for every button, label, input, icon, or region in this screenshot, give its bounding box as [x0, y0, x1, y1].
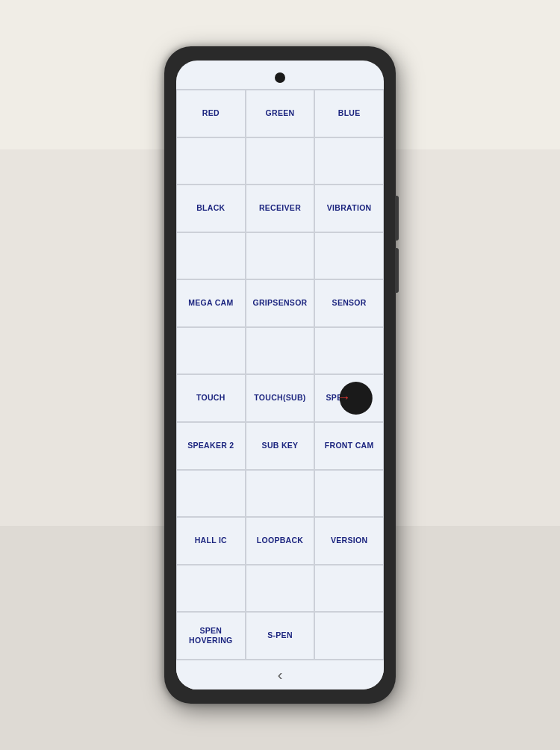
menu-cell-label-spen-hovering: SPEN HOVERING: [189, 626, 232, 646]
red-arrow-indicator: →: [337, 391, 350, 404]
menu-cell-empty3b: [246, 327, 315, 375]
menu-cell-touch-sub[interactable]: TOUCH(SUB): [246, 374, 315, 422]
menu-cell-speaker1[interactable]: →SPEAKER 1: [314, 374, 384, 422]
menu-cell-empty1c: [314, 137, 384, 185]
menu-cell-hall-ic[interactable]: HALL IC: [176, 517, 246, 565]
menu-cell-empty3c: [314, 327, 384, 375]
menu-cell-s-pen[interactable]: S-PEN: [246, 612, 315, 660]
menu-cell-version[interactable]: VERSION: [314, 517, 384, 565]
menu-cell-receiver[interactable]: RECEIVER: [246, 185, 315, 232]
menu-cell-empty5c: [314, 565, 384, 613]
menu-cell-empty6c: [314, 612, 384, 660]
menu-cell-black[interactable]: BLACK: [176, 185, 246, 232]
menu-grid: REDGREENBLUEBLACKRECEIVERVIBRATIONMEGA C…: [176, 89, 384, 660]
menu-cell-label-receiver: RECEIVER: [259, 203, 301, 214]
menu-cell-vibration[interactable]: VIBRATION: [314, 185, 384, 232]
menu-cell-label-gripsensor: GRIPSENSOR: [252, 298, 307, 309]
menu-cell-label-s-pen: S-PEN: [267, 630, 293, 641]
front-camera-hole: [275, 72, 285, 83]
menu-cell-empty2c: [314, 232, 384, 280]
menu-cell-label-hall-ic: HALL IC: [195, 536, 227, 546]
menu-cell-empty2b: [246, 232, 315, 280]
menu-cell-label-black: BLACK: [196, 203, 225, 214]
menu-cell-label-loopback: LOOPBACK: [257, 536, 303, 546]
menu-cell-empty3a: [176, 327, 246, 375]
menu-cell-label-blue: BLUE: [338, 108, 361, 119]
menu-cell-empty2a: [176, 232, 246, 280]
menu-cell-sub-key[interactable]: SUB KEY: [246, 422, 315, 470]
menu-cell-label-speaker2: SPEAKER 2: [187, 441, 234, 451]
menu-cell-empty4a: [176, 470, 246, 518]
menu-cell-empty5a: [176, 565, 246, 613]
menu-cell-label-sub-key: SUB KEY: [262, 441, 299, 451]
bottom-nav-bar: ‹: [176, 660, 384, 689]
menu-cell-mega-cam[interactable]: MEGA CAM: [176, 279, 246, 327]
menu-cell-label-vibration: VIBRATION: [327, 203, 372, 214]
menu-cell-empty1a: [176, 137, 246, 185]
menu-cell-label-touch-sub: TOUCH(SUB): [254, 393, 305, 403]
menu-cell-label-mega-cam: MEGA CAM: [188, 298, 233, 309]
menu-cell-green[interactable]: GREEN: [246, 90, 315, 137]
phone-screen: REDGREENBLUEBLACKRECEIVERVIBRATIONMEGA C…: [176, 61, 384, 689]
menu-cell-loopback[interactable]: LOOPBACK: [246, 517, 315, 565]
menu-cell-label-version: VERSION: [331, 536, 367, 546]
menu-cell-label-green: GREEN: [266, 108, 295, 119]
menu-cell-gripsensor[interactable]: GRIPSENSOR: [246, 279, 315, 327]
menu-cell-label-front-cam: FRONT CAM: [325, 441, 374, 451]
menu-cell-empty5b: [246, 565, 315, 613]
menu-cell-front-cam[interactable]: FRONT CAM: [314, 422, 384, 470]
menu-cell-red[interactable]: RED: [176, 90, 246, 137]
menu-cell-label-sensor: SENSOR: [332, 298, 367, 309]
menu-cell-blue[interactable]: BLUE: [314, 90, 384, 137]
menu-cell-label-red: RED: [202, 108, 220, 119]
menu-cell-sensor[interactable]: SENSOR: [314, 279, 384, 327]
menu-cell-spen-hovering[interactable]: SPEN HOVERING: [176, 612, 246, 660]
menu-cell-empty4b: [246, 470, 315, 518]
menu-cell-empty4c: [314, 470, 384, 518]
back-button[interactable]: ‹: [278, 666, 283, 684]
menu-cell-touch[interactable]: TOUCH: [176, 374, 246, 422]
menu-cell-label-touch: TOUCH: [196, 393, 225, 403]
menu-cell-speaker2[interactable]: SPEAKER 2: [176, 422, 246, 470]
menu-cell-empty1b: [246, 137, 315, 185]
phone-shell: REDGREENBLUEBLACKRECEIVERVIBRATIONMEGA C…: [164, 46, 396, 704]
